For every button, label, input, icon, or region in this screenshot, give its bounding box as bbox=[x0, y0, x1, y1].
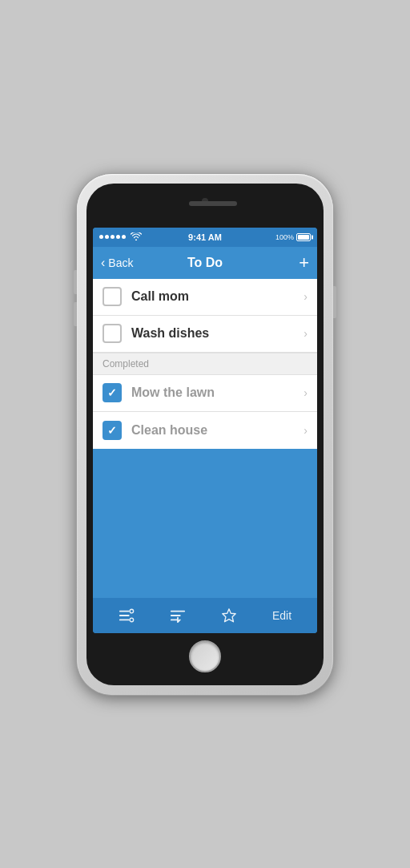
content-area bbox=[93, 449, 317, 598]
volume-up-button[interactable] bbox=[74, 270, 77, 294]
dot-2 bbox=[105, 235, 109, 239]
dot-5 bbox=[122, 235, 126, 239]
battery-icon bbox=[296, 233, 311, 241]
checkmark-icon: ✓ bbox=[107, 387, 117, 398]
list-item[interactable]: Call mom › bbox=[93, 279, 317, 316]
add-button[interactable]: + bbox=[299, 254, 309, 272]
edit-label: Edit bbox=[272, 609, 291, 622]
phone-inner: 9:41 AM 100% ‹ Back To Do + bbox=[86, 184, 324, 685]
sort-button[interactable] bbox=[165, 603, 191, 628]
list-settings-icon bbox=[119, 608, 135, 624]
item-label-clean-house: Clean house bbox=[131, 423, 303, 438]
status-bar: 9:41 AM 100% bbox=[93, 228, 317, 247]
list-item[interactable]: Wash dishes › bbox=[93, 316, 317, 353]
wifi-icon bbox=[131, 232, 142, 242]
todo-list: Call mom › Wash dishes › Completed ✓ bbox=[93, 279, 317, 449]
list-item[interactable]: ✓ Mow the lawn › bbox=[93, 375, 317, 412]
item-label-call-mom: Call mom bbox=[131, 289, 303, 304]
battery-fill bbox=[298, 235, 309, 240]
back-arrow-icon: ‹ bbox=[101, 256, 105, 270]
item-label-mow-lawn: Mow the lawn bbox=[131, 386, 303, 400]
list-item[interactable]: ✓ Clean house › bbox=[93, 412, 317, 449]
checkmark-icon: ✓ bbox=[107, 425, 117, 436]
screen: 9:41 AM 100% ‹ Back To Do + bbox=[93, 228, 317, 633]
chevron-icon: › bbox=[303, 327, 308, 340]
dot-3 bbox=[111, 235, 115, 239]
sort-icon bbox=[170, 608, 186, 624]
dot-4 bbox=[116, 235, 120, 239]
completed-header-text: Completed bbox=[102, 358, 149, 369]
checkbox-call-mom[interactable] bbox=[102, 287, 122, 306]
battery-area: 100% bbox=[275, 233, 311, 241]
chevron-icon: › bbox=[303, 424, 308, 437]
completed-section-header: Completed bbox=[93, 353, 317, 375]
edit-button[interactable]: Edit bbox=[267, 604, 296, 627]
home-button[interactable] bbox=[189, 640, 221, 672]
svg-point-3 bbox=[130, 609, 134, 613]
svg-point-4 bbox=[130, 618, 134, 622]
back-label: Back bbox=[108, 256, 133, 269]
svg-marker-8 bbox=[223, 608, 235, 621]
signal-area bbox=[99, 232, 142, 242]
checkbox-mow-lawn[interactable]: ✓ bbox=[102, 383, 122, 402]
speaker bbox=[189, 201, 237, 206]
signal-dots bbox=[99, 235, 126, 239]
item-label-wash-dishes: Wash dishes bbox=[131, 326, 303, 341]
phone-frame: 9:41 AM 100% ‹ Back To Do + bbox=[77, 174, 333, 695]
navigation-bar: ‹ Back To Do + bbox=[93, 247, 317, 279]
chevron-icon: › bbox=[303, 386, 308, 399]
settings-button[interactable] bbox=[114, 603, 139, 628]
chevron-icon: › bbox=[303, 290, 308, 303]
status-time: 9:41 AM bbox=[188, 232, 222, 242]
bottom-toolbar: Edit bbox=[93, 598, 317, 633]
power-button[interactable] bbox=[333, 286, 336, 318]
checkbox-clean-house[interactable]: ✓ bbox=[102, 421, 122, 440]
checkbox-wash-dishes[interactable] bbox=[102, 324, 122, 343]
star-icon bbox=[221, 608, 237, 624]
dot-1 bbox=[99, 235, 103, 239]
nav-title: To Do bbox=[187, 256, 223, 270]
battery-percent: 100% bbox=[275, 233, 294, 241]
back-button[interactable]: ‹ Back bbox=[101, 256, 133, 270]
volume-down-button[interactable] bbox=[74, 302, 77, 326]
favorites-button[interactable] bbox=[216, 603, 242, 628]
